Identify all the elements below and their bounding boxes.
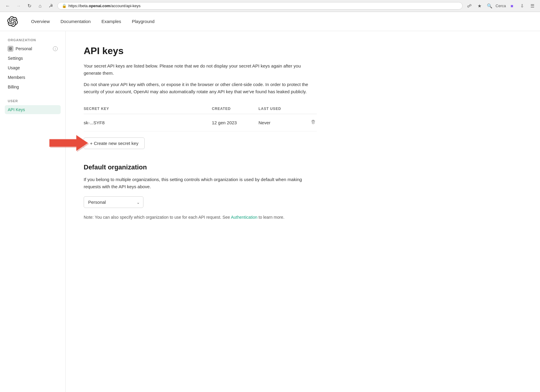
sidebar-item-personal[interactable]: Personal i bbox=[5, 44, 61, 53]
description-1: Your secret API keys are listed below. P… bbox=[84, 62, 317, 77]
svg-rect-0 bbox=[9, 47, 10, 48]
svg-rect-3 bbox=[11, 49, 12, 50]
api-keys-table: SECRET KEY CREATED LAST USED sk-...SYF8 … bbox=[84, 104, 317, 131]
org-description: If you belong to multiple organizations,… bbox=[84, 176, 317, 190]
browser-actions: ☍ ★ 🔍 Cerca ■ ⇩ ☰ bbox=[465, 2, 536, 10]
sidebar-item-api-keys[interactable]: API Keys bbox=[5, 105, 61, 114]
org-select[interactable]: Personal bbox=[84, 196, 143, 208]
nav-playground[interactable]: Playground bbox=[127, 16, 159, 26]
search-icon[interactable]: 🔍 bbox=[485, 2, 494, 10]
user-section-label: USER bbox=[5, 99, 61, 103]
nav-examples[interactable]: Examples bbox=[97, 16, 126, 26]
col-header-created: CREATED bbox=[212, 104, 258, 114]
red-arrow-indicator bbox=[48, 132, 90, 154]
key-value: sk-...SYF8 bbox=[84, 114, 212, 131]
svg-marker-5 bbox=[49, 135, 88, 151]
extensions-button[interactable]: ☭ bbox=[47, 2, 55, 10]
default-org-title: Default organization bbox=[84, 163, 317, 171]
authentication-link[interactable]: Authentication bbox=[231, 215, 258, 220]
org-select-wrapper: Personal ⌄ bbox=[84, 196, 143, 208]
org-section-label: ORGANIZATION bbox=[5, 38, 61, 42]
nav-documentation[interactable]: Documentation bbox=[56, 16, 96, 26]
address-bar[interactable]: 🔒 https://beta.openai.com/account/api-ke… bbox=[57, 2, 463, 10]
create-btn-row: + Create new secret key bbox=[84, 137, 317, 149]
download-icon[interactable]: ⇩ bbox=[518, 2, 526, 10]
pocket-icon[interactable]: ■ bbox=[508, 2, 516, 10]
svg-rect-2 bbox=[9, 49, 10, 50]
home-button[interactable]: ⌂ bbox=[36, 2, 44, 10]
menu-icon[interactable]: ☰ bbox=[528, 2, 536, 10]
sidebar-item-settings[interactable]: Settings bbox=[5, 54, 61, 63]
translate-icon[interactable]: ☍ bbox=[465, 2, 473, 10]
url-display: https://beta.openai.com/account/api-keys bbox=[68, 4, 140, 8]
description-2: Do not share your API key with others, o… bbox=[84, 81, 317, 95]
info-icon: i bbox=[53, 46, 58, 51]
sidebar-item-billing[interactable]: Billing bbox=[5, 82, 61, 91]
refresh-button[interactable]: ↻ bbox=[25, 2, 33, 10]
col-header-key: SECRET KEY bbox=[84, 104, 212, 114]
openai-logo bbox=[7, 16, 18, 27]
sidebar-item-members[interactable]: Members bbox=[5, 73, 61, 82]
nav-overview[interactable]: Overview bbox=[26, 16, 55, 26]
note-text: Note: You can also specify which organiz… bbox=[84, 214, 317, 220]
delete-key-button[interactable] bbox=[310, 118, 317, 127]
svg-rect-1 bbox=[11, 47, 12, 48]
app-header: Overview Documentation Examples Playgrou… bbox=[0, 12, 540, 31]
bookmark-icon[interactable]: ★ bbox=[475, 2, 484, 10]
col-header-action bbox=[305, 104, 317, 114]
sidebar-item-usage[interactable]: Usage bbox=[5, 63, 61, 72]
forward-button[interactable]: → bbox=[14, 2, 23, 10]
org-icon bbox=[8, 46, 13, 51]
personal-label: Personal bbox=[16, 46, 32, 51]
table-row: sk-...SYF8 12 gen 2023 Never bbox=[84, 114, 317, 131]
search-label: Cerca bbox=[495, 4, 506, 8]
create-secret-key-button[interactable]: + Create new secret key bbox=[84, 137, 145, 149]
lock-icon: 🔒 bbox=[62, 4, 67, 8]
sidebar: ORGANIZATION Personal i Settings Usage M… bbox=[0, 31, 66, 392]
browser-chrome: ← → ↻ ⌂ ☭ 🔒 https://beta.openai.com/acco… bbox=[0, 0, 540, 12]
page-title: API keys bbox=[84, 45, 317, 56]
back-button[interactable]: ← bbox=[4, 2, 12, 10]
main-nav: Overview Documentation Examples Playgrou… bbox=[26, 16, 159, 26]
last-used-value: Never bbox=[258, 114, 305, 131]
main-content: API keys Your secret API keys are listed… bbox=[66, 31, 335, 392]
col-header-last-used: LAST USED bbox=[258, 104, 305, 114]
main-layout: ORGANIZATION Personal i Settings Usage M… bbox=[0, 31, 540, 392]
created-value: 12 gen 2023 bbox=[212, 114, 258, 131]
